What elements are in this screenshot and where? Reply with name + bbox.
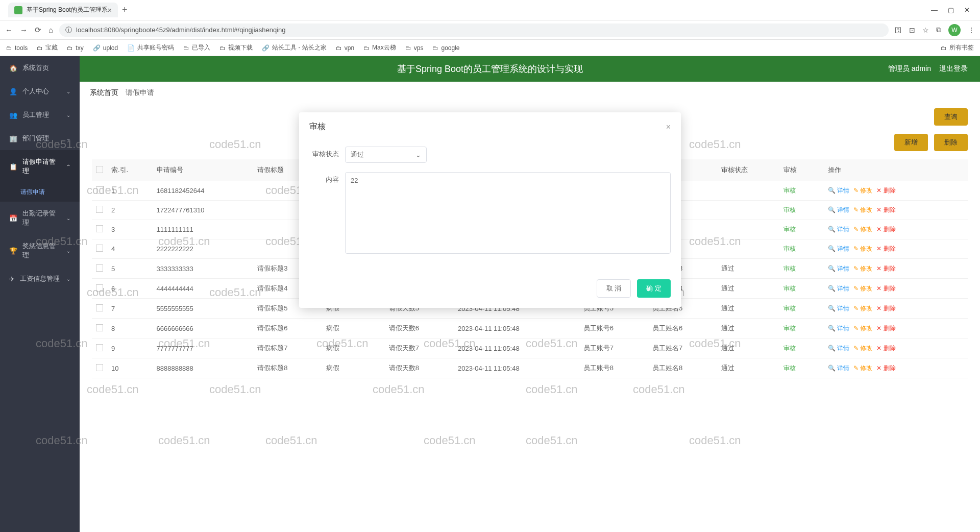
browser-tab[interactable]: 基于Spring Boot的员工管理系 × [8, 3, 118, 17]
bookmarks-bar: 🗀tools 🗀宝藏 🗀txy 🔗uplod 📄共享账号密码 🗀已导入 🗀视频下… [0, 40, 980, 56]
bookmark-item[interactable]: 🔗站长工具 - 站长之家 [262, 43, 327, 52]
bookmark-item[interactable]: 🗀视频下载 [219, 43, 253, 52]
status-select[interactable]: 通过 ⌄ [345, 147, 427, 163]
back-icon[interactable]: ← [5, 26, 13, 35]
bookmark-item[interactable]: 🔗uplod [93, 44, 118, 52]
maximize-icon[interactable]: ▢ [948, 6, 954, 14]
folder-icon: 🗀 [67, 44, 73, 52]
bookmark-item[interactable]: 🗀宝藏 [37, 43, 58, 52]
modal-close-icon[interactable]: × [666, 123, 671, 132]
folder-icon: 🗀 [219, 44, 226, 52]
window-controls: — ▢ ✕ [931, 6, 976, 14]
browser-titlebar: 基于Spring Boot的员工管理系 × + — ▢ ✕ [0, 0, 980, 20]
bookmark-item[interactable]: 🗀vps [405, 44, 424, 52]
modal-mask: 审核 × 审核状态 通过 ⌄ 内容 22 [0, 56, 980, 532]
folder-icon: 🗀 [405, 44, 411, 52]
browser-toolbar: ← → ⟳ ⌂ ⓘ localhost:8080/springboote45z9… [0, 20, 980, 40]
url-bar[interactable]: ⓘ localhost:8080/springboote45z9/admin/d… [59, 23, 889, 37]
new-tab-button[interactable]: + [122, 5, 128, 15]
folder-icon: 🗀 [6, 44, 12, 52]
all-bookmarks[interactable]: 🗀所有书签 [941, 43, 974, 52]
home-icon[interactable]: ⌂ [48, 26, 53, 35]
review-modal: 审核 × 审核状态 通过 ⌄ 内容 22 [299, 112, 681, 308]
modal-title: 审核 [309, 122, 326, 132]
folder-icon: 🗀 [183, 44, 189, 52]
url-text: localhost:8080/springboote45z9/admin/dis… [76, 26, 286, 34]
ok-button[interactable]: 确 定 [637, 279, 671, 298]
star-icon[interactable]: ☆ [922, 26, 929, 34]
folder-icon: 🗀 [363, 44, 370, 52]
bookmark-item[interactable]: 📄共享账号密码 [127, 43, 174, 52]
status-label: 审核状态 [309, 147, 345, 159]
forward-icon[interactable]: → [20, 26, 28, 35]
content-label: 内容 [309, 172, 345, 184]
avatar[interactable]: W [948, 24, 961, 36]
minimize-icon[interactable]: — [931, 6, 938, 14]
bookmark-item[interactable]: 🗀google [432, 44, 459, 52]
doc-icon: 📄 [127, 44, 135, 52]
tab-close-icon[interactable]: × [108, 6, 112, 14]
chevron-down-icon: ⌄ [415, 151, 421, 159]
key-icon[interactable]: ⚿ [895, 26, 902, 34]
reload-icon[interactable]: ⟳ [35, 26, 41, 35]
bookmark-item[interactable]: 🗀txy [67, 44, 83, 52]
bookmark-item[interactable]: 🗀已导入 [183, 43, 210, 52]
link-icon: 🔗 [262, 44, 270, 52]
content-textarea[interactable]: 22 [345, 172, 671, 254]
favicon [14, 6, 22, 14]
close-icon[interactable]: ✕ [964, 6, 970, 14]
extensions-icon[interactable]: ⧉ [936, 26, 941, 34]
tab-title: 基于Spring Boot的员工管理系 [27, 6, 108, 14]
folder-icon: 🗀 [941, 44, 947, 52]
folder-icon: 🗀 [336, 44, 342, 52]
bookmark-item[interactable]: 🗀Max云梯 [363, 43, 396, 52]
folder-icon: 🗀 [432, 44, 438, 52]
translate-icon[interactable]: ⊡ [909, 26, 915, 34]
link-icon: 🔗 [93, 44, 101, 52]
bookmark-item[interactable]: 🗀tools [6, 44, 28, 52]
folder-icon: 🗀 [37, 44, 43, 52]
bookmark-item[interactable]: 🗀vpn [336, 44, 354, 52]
cancel-button[interactable]: 取 消 [597, 279, 631, 298]
info-icon: ⓘ [65, 26, 72, 35]
menu-icon[interactable]: ⋮ [968, 26, 975, 34]
